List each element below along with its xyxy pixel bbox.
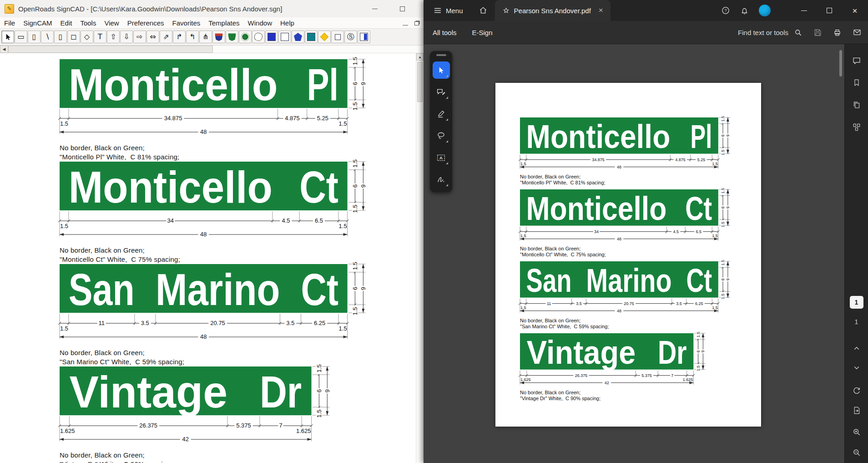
flyout-corner-icon xyxy=(446,162,448,164)
acrobat-close-button[interactable]: × xyxy=(849,5,861,16)
tab-close-button[interactable]: × xyxy=(599,6,603,15)
svg-text:11: 11 xyxy=(547,301,551,306)
tool-arrow-right[interactable]: ⇨ xyxy=(133,31,146,43)
tool-arrow-double[interactable]: ⇔ xyxy=(146,31,159,43)
comments-panel[interactable] xyxy=(852,56,861,66)
tool-diamond-shape[interactable]: ◇ xyxy=(81,31,93,43)
save-button[interactable] xyxy=(813,28,822,37)
menu-button[interactable]: Menu xyxy=(434,6,463,15)
find-text-button[interactable]: Find text or tools xyxy=(738,28,802,37)
current-page-indicator[interactable]: 1 xyxy=(850,296,863,309)
export-pdf-button[interactable] xyxy=(852,406,861,415)
svg-text:6: 6 xyxy=(316,389,323,392)
esign-button[interactable]: E-Sign xyxy=(472,29,493,36)
highlight-tool[interactable] xyxy=(433,105,450,122)
menu-tools[interactable]: Tools xyxy=(76,19,100,27)
tool-route-shield-us[interactable] xyxy=(212,31,225,43)
notifications-button[interactable] xyxy=(740,6,749,15)
tool-panel-small[interactable] xyxy=(331,31,344,43)
tool-warning-diamond[interactable] xyxy=(318,31,331,43)
organize-pages-panel[interactable] xyxy=(852,122,861,132)
tool-arrow-turn-right[interactable]: ↱ xyxy=(173,31,186,43)
zoom-out-button[interactable] xyxy=(852,448,861,457)
menu-signcam[interactable]: SignCAM xyxy=(19,19,56,27)
svg-text:1.5: 1.5 xyxy=(696,366,701,371)
split-panel-icon xyxy=(360,33,368,41)
svg-text:1.5: 1.5 xyxy=(520,305,526,310)
tool-arrow-turn-left[interactable]: ↰ xyxy=(186,31,199,43)
print-button[interactable] xyxy=(833,28,842,37)
svg-text:1.625: 1.625 xyxy=(60,427,75,434)
tool-s-square[interactable]: Ⓢ xyxy=(344,31,357,43)
menu-file[interactable]: File xyxy=(0,19,19,27)
select-tool[interactable] xyxy=(433,61,450,79)
tool-arrow-down[interactable]: ⇩ xyxy=(120,31,133,43)
account-avatar[interactable] xyxy=(759,5,771,16)
mdi-minimize-button[interactable] xyxy=(403,19,408,27)
tool-text[interactable]: T xyxy=(94,31,106,43)
share-email-button[interactable] xyxy=(853,28,862,37)
menu-edit[interactable]: Edit xyxy=(56,19,76,27)
refresh-view-button[interactable] xyxy=(852,387,861,395)
acrobat-maximize-button[interactable] xyxy=(823,5,835,16)
panel-drag-handle[interactable] xyxy=(436,54,446,56)
horizontal-scroll-thumb[interactable] xyxy=(8,46,213,53)
page-thumbnails-panel[interactable] xyxy=(852,101,861,109)
svg-text:7: 7 xyxy=(279,422,282,429)
scroll-down-button[interactable] xyxy=(852,363,861,372)
home-button[interactable] xyxy=(479,6,488,15)
scroll-up-button[interactable] xyxy=(852,344,861,353)
tool-rectangle[interactable]: ▯ xyxy=(54,31,67,43)
add-text-box-tool[interactable]: A xyxy=(433,149,450,166)
help-button[interactable]: ? xyxy=(721,6,730,15)
pdf-scrollbar-thumb[interactable] xyxy=(839,50,842,76)
tool-panel-split[interactable] xyxy=(358,31,370,43)
tool-select[interactable] xyxy=(1,31,14,43)
menu-templates[interactable]: Templates xyxy=(204,19,243,27)
menu-view[interactable]: View xyxy=(100,19,123,27)
tool-state-outline[interactable] xyxy=(252,31,265,43)
horizontal-scrollbar[interactable]: ◀ xyxy=(0,46,424,53)
scroll-left-arrow[interactable]: ◀ xyxy=(0,46,8,53)
menu-preferences[interactable]: Preferences xyxy=(123,19,168,27)
vertical-scroll-thumb[interactable] xyxy=(417,62,423,102)
tool-route-shield-state[interactable] xyxy=(226,31,238,43)
svg-text:3.5: 3.5 xyxy=(576,301,582,306)
tool-pentagon-sign[interactable] xyxy=(292,31,304,43)
minimize-button[interactable] xyxy=(367,3,383,14)
tool-arrow-up[interactable]: ⇧ xyxy=(107,31,120,43)
tool-rounded-rectangle[interactable]: ◻ xyxy=(67,31,80,43)
scroll-up-arrow[interactable]: ▲ xyxy=(416,53,424,61)
all-tools-button[interactable]: All tools xyxy=(433,29,457,36)
tool-diagonal-line[interactable]: ∖ xyxy=(41,31,54,43)
menu-help[interactable]: Help xyxy=(276,19,298,27)
star-icon[interactable] xyxy=(502,7,510,15)
menu-favorites[interactable]: Favorites xyxy=(168,19,205,27)
zoom-in-button[interactable] xyxy=(852,427,861,437)
tool-sign-panel-tall[interactable]: ▯ xyxy=(28,31,40,43)
fill-sign-tool[interactable] xyxy=(433,171,450,188)
tool-panel-blue[interactable] xyxy=(265,31,278,43)
svg-text:1.625: 1.625 xyxy=(520,377,531,382)
bookmarks-panel[interactable] xyxy=(852,78,861,87)
maximize-button[interactable] xyxy=(394,3,410,14)
svg-text:48: 48 xyxy=(200,231,207,238)
tool-route-marker-circle[interactable] xyxy=(239,31,252,43)
svg-text:1.5: 1.5 xyxy=(721,294,725,300)
add-comment-tool[interactable] xyxy=(433,83,450,101)
svg-text:5.25: 5.25 xyxy=(317,115,328,122)
document-tab[interactable]: Pearson Sns Andover.pdf × xyxy=(495,0,611,21)
tool-panel-teal[interactable] xyxy=(305,31,318,43)
tool-sign-panel-wide[interactable]: ▭ xyxy=(15,31,27,43)
menu-window[interactable]: Window xyxy=(244,19,276,27)
tool-arrow-fork[interactable]: ⋔ xyxy=(199,31,212,43)
vertical-scrollbar[interactable]: ▲ xyxy=(416,53,424,463)
lasso-tool[interactable] xyxy=(433,127,450,144)
svg-text:San: San xyxy=(526,262,572,299)
tool-panel-white[interactable] xyxy=(278,31,291,43)
tool-arrow-diagonal[interactable]: ⇗ xyxy=(160,31,172,43)
sign-note-line: "Monticello Pl" White, C 81% spacing; xyxy=(520,180,734,186)
mdi-restore-button[interactable] xyxy=(414,19,419,27)
acrobat-minimize-button[interactable] xyxy=(798,5,810,16)
sign-note-line: No border, Black on Green; xyxy=(520,246,734,252)
